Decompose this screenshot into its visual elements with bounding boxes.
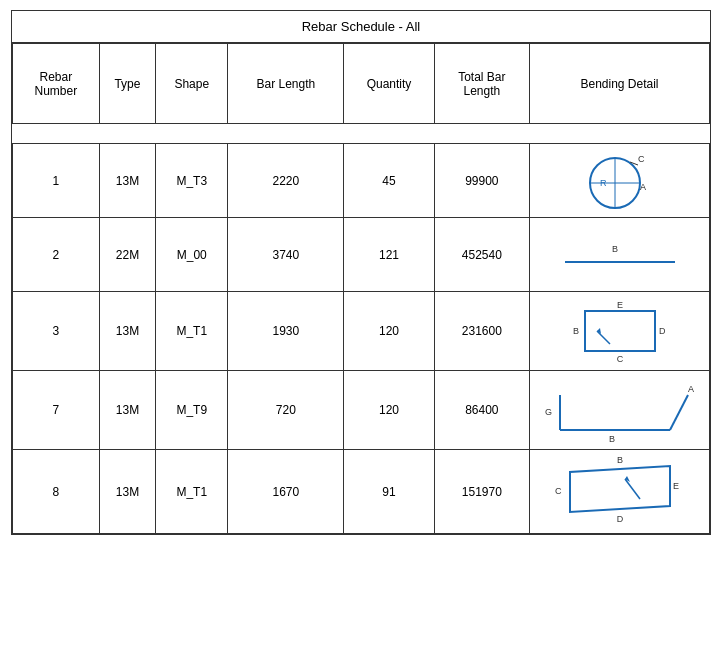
schedule-container: Rebar Schedule - All RebarNumber Type Sh… <box>11 10 711 535</box>
svg-text:B: B <box>608 434 614 444</box>
table-row: 8 13M M_T1 1670 91 151970 B C <box>13 450 710 534</box>
bending-detail-svg-7: G B A <box>540 375 700 445</box>
svg-text:C: C <box>555 486 562 496</box>
cell-quantity: 91 <box>344 450 434 534</box>
cell-type: 22M <box>99 218 155 292</box>
col-type: Type <box>99 44 155 124</box>
col-bar-length: Bar Length <box>228 44 344 124</box>
cell-bending-detail: B <box>530 218 710 292</box>
table-row: 1 13M M_T3 2220 45 99900 R <box>13 144 710 218</box>
svg-text:D: D <box>659 326 666 336</box>
cell-bar-length: 720 <box>228 371 344 450</box>
cell-quantity: 121 <box>344 218 434 292</box>
svg-text:B: B <box>611 244 617 254</box>
col-quantity: Quantity <box>344 44 434 124</box>
cell-type: 13M <box>99 292 155 371</box>
svg-rect-9 <box>585 311 655 351</box>
cell-shape: M_T9 <box>156 371 228 450</box>
svg-text:R: R <box>600 178 607 188</box>
svg-text:E: E <box>673 481 679 491</box>
bending-detail-svg-8: B C D E <box>545 454 695 529</box>
cell-quantity: 120 <box>344 371 434 450</box>
svg-text:B: B <box>573 326 579 336</box>
col-rebar-number: RebarNumber <box>13 44 100 124</box>
table-row: 3 13M M_T1 1930 120 231600 E B C <box>13 292 710 371</box>
bending-detail-svg-3: E B C D <box>555 296 685 366</box>
cell-type: 13M <box>99 144 155 218</box>
svg-marker-22 <box>570 466 670 512</box>
spacer-row <box>13 124 710 144</box>
cell-bending-detail: B C D E <box>530 450 710 534</box>
svg-text:G: G <box>545 407 552 417</box>
svg-text:A: A <box>640 182 646 192</box>
bending-detail-svg-1: R A C <box>570 148 670 213</box>
col-total-bar-length: Total BarLength <box>434 44 529 124</box>
cell-shape: M_00 <box>156 218 228 292</box>
cell-total-bar-length: 151970 <box>434 450 529 534</box>
cell-total-bar-length: 99900 <box>434 144 529 218</box>
cell-shape: M_T1 <box>156 292 228 371</box>
svg-line-27 <box>625 479 640 499</box>
col-shape: Shape <box>156 44 228 124</box>
svg-text:D: D <box>616 514 623 524</box>
table-row: 7 13M M_T9 720 120 86400 G <box>13 371 710 450</box>
cell-bar-length: 3740 <box>228 218 344 292</box>
cell-total-bar-length: 452540 <box>434 218 529 292</box>
col-bending-detail: Bending Detail <box>530 44 710 124</box>
cell-type: 13M <box>99 450 155 534</box>
schedule-title: Rebar Schedule - All <box>12 11 710 43</box>
cell-quantity: 45 <box>344 144 434 218</box>
cell-bar-length: 1930 <box>228 292 344 371</box>
cell-type: 13M <box>99 371 155 450</box>
cell-total-bar-length: 231600 <box>434 292 529 371</box>
cell-rebar-number: 1 <box>13 144 100 218</box>
cell-rebar-number: 7 <box>13 371 100 450</box>
svg-text:E: E <box>616 300 622 310</box>
cell-rebar-number: 3 <box>13 292 100 371</box>
svg-line-14 <box>597 331 610 344</box>
schedule-table: RebarNumber Type Shape Bar Length Quanti… <box>12 43 710 534</box>
cell-bending-detail: G B A <box>530 371 710 450</box>
cell-shape: M_T3 <box>156 144 228 218</box>
svg-text:C: C <box>616 354 623 364</box>
cell-bending-detail: R A C <box>530 144 710 218</box>
cell-quantity: 120 <box>344 292 434 371</box>
svg-text:C: C <box>638 154 645 164</box>
cell-bar-length: 2220 <box>228 144 344 218</box>
cell-bar-length: 1670 <box>228 450 344 534</box>
header-row: RebarNumber Type Shape Bar Length Quanti… <box>13 44 710 124</box>
cell-rebar-number: 2 <box>13 218 100 292</box>
svg-line-18 <box>670 395 688 430</box>
svg-text:B: B <box>616 455 622 465</box>
cell-total-bar-length: 86400 <box>434 371 529 450</box>
spacer-cell <box>13 124 710 144</box>
cell-shape: M_T1 <box>156 450 228 534</box>
svg-text:A: A <box>688 384 694 394</box>
cell-rebar-number: 8 <box>13 450 100 534</box>
cell-bending-detail: E B C D <box>530 292 710 371</box>
bending-detail-svg-2: B <box>555 222 685 287</box>
table-row: 2 22M M_00 3740 121 452540 B <box>13 218 710 292</box>
